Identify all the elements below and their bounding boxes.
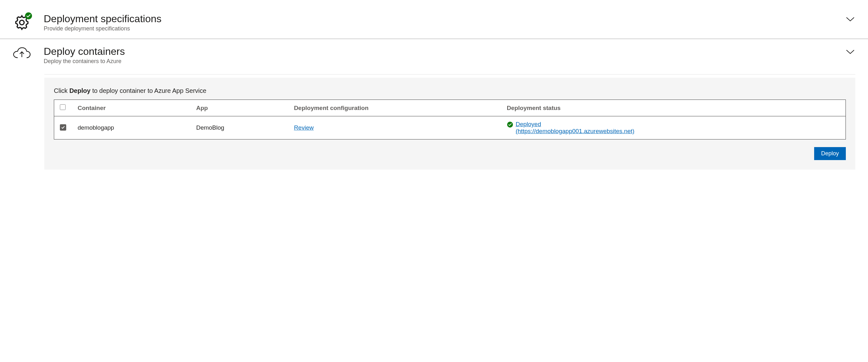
status-label: Deployed	[516, 121, 541, 127]
deploy-button[interactable]: Deploy	[814, 147, 846, 160]
col-status: Deployment status	[501, 100, 846, 116]
chevron-down-icon[interactable]	[845, 49, 855, 56]
deploy-title: Deploy containers	[44, 45, 859, 57]
table-header-row: Container App Deployment configuration D…	[54, 100, 846, 116]
deploy-panel: Click Deploy to deploy container to Azur…	[44, 78, 855, 170]
cell-status: Deployed (https://demoblogapp001.azurewe…	[501, 116, 846, 140]
select-all-checkbox[interactable]	[60, 104, 66, 110]
row-checkbox[interactable]	[60, 124, 66, 130]
cell-config: Review	[288, 116, 501, 140]
specs-subtitle: Provide deployment specifications	[44, 25, 859, 32]
section-deployment-specs[interactable]: Deployment specifications Provide deploy…	[0, 6, 868, 39]
col-app: App	[190, 100, 288, 116]
page-root: Deployment specifications Provide deploy…	[0, 6, 868, 170]
row-select-cell	[54, 116, 72, 140]
svg-point-0	[20, 20, 24, 25]
button-row: Deploy	[54, 147, 846, 160]
specs-title: Deployment specifications	[44, 13, 859, 25]
section-deploy-containers[interactable]: Deploy containers Deploy the containers …	[0, 39, 868, 71]
cell-app: DemoBlog	[190, 116, 288, 140]
review-link[interactable]: Review	[294, 124, 314, 131]
divider	[44, 74, 855, 74]
instruction-suffix: to deploy container to Azure App Service	[91, 87, 207, 94]
cell-container: demoblogapp	[72, 116, 190, 140]
deploy-table: Container App Deployment configuration D…	[54, 99, 846, 140]
cloud-upload-icon	[9, 45, 34, 61]
check-badge-icon	[25, 12, 32, 21]
col-config: Deployment configuration	[288, 100, 501, 116]
deployed-link[interactable]: Deployed (https://demoblogapp001.azurewe…	[516, 121, 634, 135]
gear-check-icon	[9, 13, 34, 32]
table-row: demoblogapp DemoBlog Review	[54, 116, 846, 140]
deploy-subtitle: Deploy the containers to Azure	[44, 58, 859, 65]
success-icon	[507, 121, 513, 129]
status-url: (https://demoblogapp001.azurewebsites.ne…	[516, 128, 634, 134]
instruction-strong: Deploy	[69, 87, 91, 94]
chevron-down-icon[interactable]	[845, 16, 855, 24]
select-all-header	[54, 100, 72, 116]
instruction-prefix: Click	[54, 87, 69, 94]
instruction-text: Click Deploy to deploy container to Azur…	[54, 87, 846, 94]
col-container: Container	[72, 100, 190, 116]
